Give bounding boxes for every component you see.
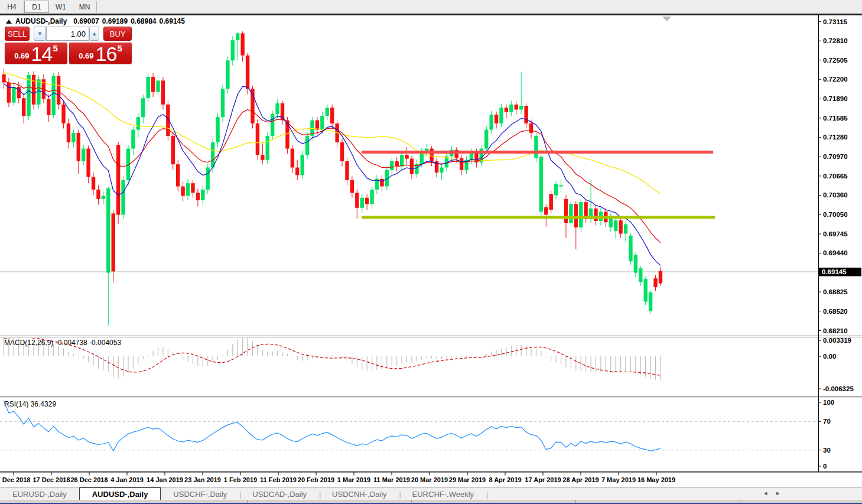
candle-up xyxy=(559,185,562,186)
buy-button[interactable]: BUY xyxy=(103,27,132,41)
chart-tab-usdchf[interactable]: USDCHF-,Daily xyxy=(161,487,239,500)
candle-down xyxy=(365,198,369,204)
candle-down xyxy=(653,278,657,287)
candle-down xyxy=(161,80,165,105)
candle-up xyxy=(186,183,190,196)
price-axis-label: 0.68825 xyxy=(823,288,848,295)
price-axis-label: 0.69440 xyxy=(823,249,848,256)
x-axis-label: 8 Apr 2019 xyxy=(489,476,521,483)
chart-tab-audusd[interactable]: AUDUSD-,Daily xyxy=(79,487,161,500)
candle-down xyxy=(240,33,244,55)
tab-divider: | xyxy=(486,487,487,500)
candle-up xyxy=(231,40,235,60)
x-axis-label: 17 Apr 2019 xyxy=(525,476,561,483)
one-click-trade-panel: SELL ▼ ▲ BUY 0.69 14 5 0.69 16 5 xyxy=(5,27,132,64)
candle-down xyxy=(166,105,170,136)
candle-up xyxy=(639,268,642,282)
candle-down xyxy=(549,194,553,210)
resistance-line xyxy=(362,151,713,154)
candle-down xyxy=(295,168,299,175)
sell-price-prefix: 0.69 xyxy=(14,51,29,60)
tab-timeframe-mn[interactable]: MN xyxy=(73,0,96,14)
buy-price-box[interactable]: 0.69 16 5 xyxy=(69,43,132,64)
macd-axis-label: 0.003319 xyxy=(823,337,851,344)
rsi-axis-label: 100 xyxy=(823,399,834,406)
sell-button[interactable]: SELL xyxy=(5,27,30,41)
price-axis-label: 0.72505 xyxy=(823,57,848,64)
candle-up xyxy=(201,190,204,200)
candle-up xyxy=(221,89,225,117)
candle-down xyxy=(176,164,180,186)
chart-tab-usdcnh[interactable]: USDCNH-,Daily xyxy=(320,487,399,500)
candle-up xyxy=(275,103,279,114)
x-axis-label: 14 Jan 2019 xyxy=(147,476,183,483)
candle-down xyxy=(196,193,200,200)
chart-canvas[interactable]: 0.731150.728100.725050.722000.718900.715… xyxy=(0,0,862,504)
candle-down xyxy=(181,186,184,196)
volume-increase-button[interactable]: ▲ xyxy=(89,27,99,41)
chart-shift-marker-icon xyxy=(662,17,671,21)
candle-up xyxy=(629,236,632,262)
x-axis-label: 28 Apr 2019 xyxy=(562,476,598,483)
candle-up xyxy=(390,161,393,170)
candle-up xyxy=(305,136,309,155)
chart-title: AUDUSD-,Daily 0.690070.691890.689840.691… xyxy=(6,17,185,25)
tab-timeframe-d1[interactable]: D1 xyxy=(24,1,49,13)
candle-up xyxy=(534,136,538,158)
chart-tab-eurusd[interactable]: EURUSD-,Daily xyxy=(0,487,79,500)
candle-down xyxy=(57,76,60,105)
collapse-triangle-icon[interactable] xyxy=(6,19,12,24)
price-axis-label: 0.73115 xyxy=(823,18,848,25)
tab-scroll-right-icon[interactable]: ▸ xyxy=(776,487,780,499)
candle-up xyxy=(484,130,488,149)
candle-up xyxy=(320,116,324,129)
candle-up xyxy=(27,75,30,116)
candle-up xyxy=(499,108,503,123)
volume-decrease-button[interactable]: ▼ xyxy=(34,27,46,41)
candle-up xyxy=(539,157,543,212)
chart-tab-usdcad[interactable]: USDCAD-,Daily xyxy=(240,487,319,500)
tab-timeframe-h4[interactable]: H4 xyxy=(0,0,24,14)
rsi-indicator-label: RSI(14) 36.4329 xyxy=(4,400,56,408)
candle-down xyxy=(380,179,383,187)
candle-up xyxy=(519,106,523,109)
candle-down xyxy=(574,204,578,227)
candle-up xyxy=(440,168,443,173)
x-axis-label: 7 May 2019 xyxy=(601,476,636,483)
price-axis-label: 0.68210 xyxy=(823,327,848,334)
candle-up xyxy=(554,184,558,195)
candle-down xyxy=(96,190,100,199)
x-axis-label: 20 Feb 2019 xyxy=(298,476,334,483)
candle-down xyxy=(505,108,508,112)
candle-down xyxy=(151,77,155,92)
price-axis-label: 0.71585 xyxy=(823,115,848,122)
price-axis-label: 0.68520 xyxy=(823,308,848,315)
candle-up xyxy=(216,117,219,142)
tab-scroll-left-icon[interactable]: ◂ xyxy=(764,487,767,499)
volume-input[interactable] xyxy=(46,27,89,41)
candle-up xyxy=(236,33,239,40)
support-line xyxy=(362,216,715,219)
current-price-tag-text: 0.69145 xyxy=(822,268,847,275)
candle-down xyxy=(77,133,80,161)
toolbar-divider xyxy=(96,1,97,12)
candle-up xyxy=(12,87,15,103)
candle-up xyxy=(102,196,105,199)
mt4-chart-window: 0.731150.728100.725050.722000.718900.715… xyxy=(0,0,862,504)
sell-price-pip: 5 xyxy=(53,43,57,53)
candle-down xyxy=(191,183,194,193)
buy-price-prefix: 0.69 xyxy=(79,51,93,60)
candle-down xyxy=(32,75,35,105)
chart-tab-eurchf[interactable]: EURCHF-,Weekly xyxy=(400,487,487,500)
candle-up xyxy=(206,168,210,190)
candle-down xyxy=(281,103,284,121)
candle-down xyxy=(61,105,65,123)
candle-down xyxy=(261,155,264,160)
buy-price-main: 16 xyxy=(96,45,117,63)
candle-down xyxy=(350,180,354,193)
sell-price-box[interactable]: 0.69 14 5 xyxy=(5,43,67,64)
buy-price-pip: 5 xyxy=(117,43,122,53)
price-axis-label: 0.69745 xyxy=(823,230,848,238)
tab-timeframe-w1[interactable]: W1 xyxy=(49,0,73,14)
candle-down xyxy=(564,199,568,223)
